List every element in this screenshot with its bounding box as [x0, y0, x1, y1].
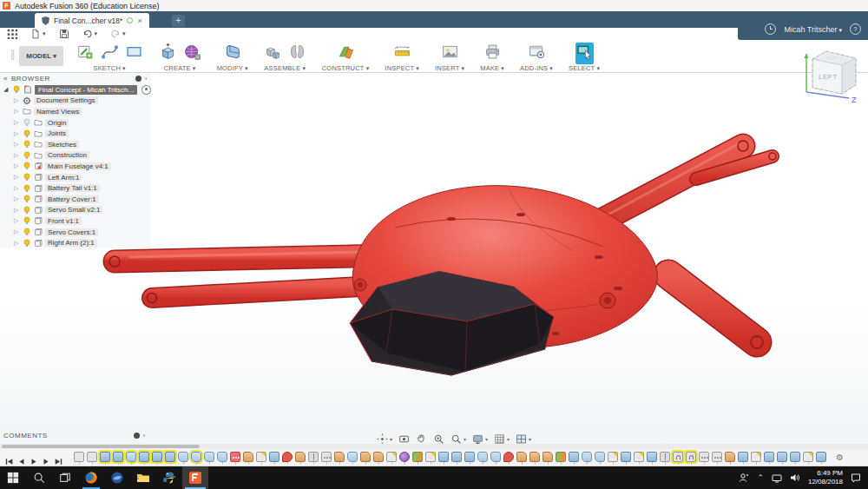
expand-arrow-icon[interactable]: ▷ [14, 174, 20, 181]
timeline-feature-ex[interactable] [764, 452, 774, 462]
rect-sketch-icon[interactable] [125, 43, 143, 64]
browser-item-label[interactable]: Left Arm:1 [45, 174, 82, 182]
browser-item-label[interactable]: Construction [45, 151, 89, 159]
timeline-feature-pt[interactable] [712, 452, 722, 462]
browser-item-label[interactable]: Joints [45, 129, 69, 137]
browser-item-label[interactable]: Battery Tail v1:1 [45, 184, 100, 192]
timeline-feature-fm[interactable] [399, 452, 410, 462]
sketch-pencil-icon[interactable] [76, 43, 95, 64]
toolbar-group-inspect[interactable]: INSPECT [377, 43, 427, 72]
expand-arrow-icon[interactable]: ▷ [14, 119, 20, 126]
toolbar-group-create[interactable]: CREATE [151, 43, 209, 72]
taskbar-task-view-icon[interactable] [52, 466, 78, 489]
form-sphere-icon[interactable] [183, 43, 201, 64]
toolbar-group-label[interactable]: SELECT [569, 64, 600, 72]
timeline-feature-er[interactable] [230, 452, 240, 462]
timeline-feature-ex[interactable] [165, 452, 175, 462]
action-center-icon[interactable] [851, 472, 861, 483]
timeline-feature-fi[interactable] [178, 452, 188, 462]
toolbar-group-insert[interactable]: INSERT [427, 43, 472, 72]
toolbar-group-construct[interactable]: CONSTRUCT [314, 43, 378, 72]
taskbar-blue-app-icon[interactable] [104, 466, 130, 489]
visibility-bulb-icon[interactable] [23, 235, 31, 251]
activate-component-radio[interactable] [141, 85, 151, 95]
expand-arrow-icon[interactable]: ▷ [14, 228, 20, 235]
browser-item-label[interactable]: Main Fuselage v4:1 [45, 162, 111, 170]
apps-grid-icon[interactable] [7, 29, 17, 39]
timeline-feature-fi[interactable] [582, 452, 592, 462]
timeline-feature-mr[interactable] [308, 452, 319, 462]
document-tab[interactable]: Final Con...cher v18* × [35, 13, 149, 28]
expand-arrow-icon[interactable]: ▷ [14, 207, 20, 214]
timeline-feature-ex[interactable] [621, 452, 631, 462]
timeline-feature-sk[interactable] [87, 452, 97, 462]
timeline-feature-ar[interactable] [542, 452, 553, 462]
timeline-feature-ar[interactable] [334, 452, 345, 462]
redo-icon[interactable] [110, 29, 126, 39]
timeline-feature-ex[interactable] [647, 452, 657, 462]
browser-item-label[interactable]: Battery Cover:1 [45, 195, 99, 203]
file-menu-icon[interactable] [30, 29, 46, 39]
timeline-feature-pin[interactable] [282, 452, 293, 462]
expand-arrow-icon[interactable]: ▷ [14, 152, 20, 159]
timeline-feature-ex[interactable] [269, 452, 279, 462]
browser-item-label[interactable]: Origin [45, 119, 69, 127]
browser-item-label[interactable]: Servo Small v2:1 [45, 206, 102, 214]
timeline-feature-ex[interactable] [100, 452, 110, 462]
timeline-feature-jt[interactable] [686, 452, 696, 462]
help-icon[interactable]: ? [850, 23, 861, 35]
browser-item-label[interactable]: Front v1:1 [45, 217, 82, 225]
browser-item-label[interactable]: Right Arm (2):1 [45, 239, 97, 247]
timeline-feature-fi[interactable] [217, 452, 227, 462]
taskbar-search-icon[interactable] [26, 466, 52, 489]
toolbar-group-label[interactable]: MODIFY [217, 64, 248, 72]
timeline-feature-ar[interactable] [516, 452, 527, 462]
toolbar-group-modify[interactable]: MODIFY [209, 43, 256, 72]
timeline-feature-ar[interactable] [243, 452, 253, 462]
toolbar-group-make[interactable]: MAKE [472, 43, 512, 72]
timeline-feature-cs[interactable] [412, 452, 423, 462]
people-icon[interactable] [739, 472, 749, 483]
expand-arrow-icon[interactable]: ▷ [14, 185, 20, 192]
timeline-feature-pt[interactable] [321, 452, 332, 462]
timeline-feature-ex[interactable] [438, 452, 449, 462]
timeline-feature-mr[interactable] [660, 452, 670, 462]
toolbar-group-label[interactable]: INSERT [435, 64, 464, 72]
volume-icon[interactable] [790, 472, 800, 483]
toolbar-group-label[interactable]: INSPECT [385, 64, 419, 72]
select-icon[interactable] [575, 43, 594, 64]
browser-item-label[interactable]: Final Concept - Micah Tritsch... [35, 85, 137, 95]
toolbar-group-label[interactable]: ADD-INS [520, 64, 553, 72]
visibility-bulb-icon[interactable] [12, 82, 21, 97]
tray-expand-icon[interactable]: ⌃ [757, 473, 764, 482]
taskbar-clock[interactable]: 6:49 PM 12/08/2018 [808, 469, 843, 486]
timeline-feature-fi[interactable] [204, 452, 214, 462]
extrude-icon[interactable] [159, 43, 177, 64]
toolbar-group-sketch[interactable]: SKETCH [69, 43, 151, 72]
timeline-feature-ex[interactable] [152, 452, 162, 462]
workspace-switcher[interactable]: MODEL [19, 46, 62, 66]
tab-close-icon[interactable]: × [137, 17, 141, 25]
planes-icon[interactable] [337, 43, 355, 64]
image-icon[interactable] [441, 43, 459, 64]
addins-icon[interactable] [528, 43, 546, 64]
expand-arrow-icon[interactable]: ▷ [14, 97, 20, 104]
joint-icon[interactable] [288, 43, 306, 64]
new-tab-button[interactable]: + [172, 15, 185, 27]
timeline-feature-se[interactable] [256, 452, 266, 462]
collapse-panel-icon[interactable]: « [3, 75, 8, 83]
toolbar-group-label[interactable]: SKETCH [93, 64, 125, 72]
timeline-feature-fi[interactable] [347, 452, 358, 462]
expand-arrow-icon[interactable]: ▷ [14, 217, 20, 224]
network-icon[interactable] [772, 472, 782, 483]
browser-item-label[interactable]: Servo Covers:1 [45, 228, 98, 236]
expand-arrow-icon[interactable]: ◢ [3, 86, 10, 93]
timeline-feature-cs[interactable] [556, 452, 566, 462]
spline-icon[interactable] [101, 43, 119, 64]
timeline-feature-ex[interactable] [816, 452, 826, 462]
toolbar-group-label[interactable]: ASSEMBLE [264, 64, 306, 72]
taskbar-fusion-360-icon[interactable] [182, 466, 208, 489]
timeline-feature-ar[interactable] [295, 452, 306, 462]
toolbar-group-add-ins[interactable]: ADD-INS [512, 43, 561, 72]
ruler-icon[interactable] [393, 43, 411, 64]
